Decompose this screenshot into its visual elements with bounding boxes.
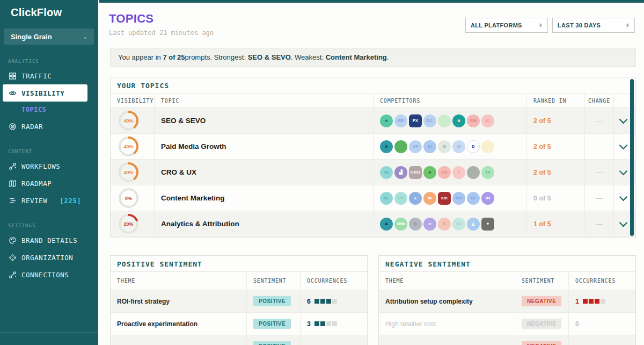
competitor-avatar: ND [452, 192, 465, 205]
list-item: NEGATIVE [379, 335, 635, 345]
competitor-avatar: A [380, 140, 393, 153]
competitor-avatar: TA [481, 166, 494, 179]
sidebar-item-topics[interactable]: TOPICS [0, 102, 98, 118]
competitor-avatar: FX [409, 114, 422, 127]
chevron-down-icon[interactable] [619, 167, 628, 176]
up-down-arrows-icon: ▲▼ [539, 23, 543, 27]
occurrence-bars [314, 321, 337, 326]
table-row[interactable]: 0% Content Marketing NLFP▲MamNDBIIN 0 of… [111, 185, 635, 211]
platform-select[interactable]: ALL PLATFORMS ▲▼ [465, 18, 548, 33]
sidebar-item-traffic[interactable]: TRAFFIC [0, 67, 98, 84]
section-label-analytics: ANALYTICS [8, 59, 98, 64]
competitor-avatar: RE [394, 114, 407, 127]
ranked-in-value: 1 of 5 [533, 220, 551, 228]
topic-name: SEO & SEVO [161, 117, 206, 125]
summary-banner: You appear in 7 of 25 prompts. Strongest… [110, 48, 636, 67]
sidebar-item-label: ROADMAP [21, 179, 52, 188]
occurrence-count: 6 [307, 298, 311, 305]
chevron-down-icon[interactable] [619, 141, 628, 150]
list-item: Proactive experimentation POSITIVE 3 [111, 313, 367, 335]
sidebar-item-radar[interactable]: RADAR [0, 118, 98, 135]
scrollbar[interactable] [630, 79, 634, 236]
sidebar-item-roadmap[interactable]: ROADMAP [0, 175, 98, 192]
sentiment-badge: NEGATIVE [522, 341, 561, 345]
table-header-row: VISIBILITY TOPIC COMPETITORS RANKED IN C… [111, 93, 635, 108]
sidebar-item-connections[interactable]: CONNECTIONS [0, 266, 98, 283]
column-header: VISIBILITY [111, 94, 155, 107]
ranked-in-value: 2 of 5 [533, 169, 551, 176]
column-header: COMPETITORS [374, 94, 527, 107]
table-header-row: THEME SENTIMENT OCCURRENCES [111, 271, 367, 290]
date-range-select[interactable]: LAST 30 DAYS ▲▼ [552, 18, 635, 33]
competitor-avatar: ▟ [394, 166, 407, 179]
column-header: SENTIMENT [247, 272, 301, 290]
sidebar-item-label: RADAR [21, 123, 43, 131]
chevron-down-icon[interactable] [619, 193, 628, 202]
card-title: YOUR TOPICS [111, 77, 635, 93]
visibility-ring: 40% [119, 162, 138, 182]
competitor-avatar: ♣ [380, 114, 393, 127]
workspace-switcher[interactable]: Single Grain ⌄ [4, 28, 94, 45]
visibility-ring: 40% [119, 136, 138, 156]
theme-name: Proactive experimentation [117, 320, 197, 328]
competitor-avatar: D [467, 140, 480, 153]
up-down-arrows-icon: ▲▼ [626, 23, 630, 27]
sidebar-item-visibility[interactable]: VISIBILITY [3, 84, 87, 102]
positive-sentiment-card: POSITIVE SENTIMENT THEME SENTIMENT OCCUR… [110, 255, 368, 345]
column-header: THEME [379, 272, 515, 290]
column-header: RANKED IN [527, 94, 585, 107]
competitor-avatar: FP [394, 192, 407, 205]
main-content: TOPICS Last updated 21 minutes ago ALL P… [99, 0, 644, 345]
table-row[interactable]: 20% Analytics & Attribution AWM◍∞SVC◭⌖ 1… [111, 211, 635, 237]
sidebar-item-label: TRAFFIC [21, 72, 52, 80]
palette-icon [8, 236, 17, 245]
competitor-avatar: DC [423, 114, 436, 127]
sidebar-item-review[interactable]: REVIEW [225] [0, 192, 98, 209]
competitor-avatar: VC [452, 218, 465, 231]
chevron-down-icon[interactable] [619, 219, 628, 227]
competitor-avatar: DI [423, 140, 436, 153]
topic-name: Paid Media Growth [161, 142, 226, 150]
sidebar-item-label: REVIEW [21, 197, 47, 205]
occurrence-count: 3 [307, 320, 311, 328]
section-label-content: CONTENT [8, 149, 98, 154]
table-row[interactable]: 40% Paid Media Growth AVPDI◎◍D 2 of 5 — [111, 134, 635, 160]
table-row[interactable]: 40% SEO & SEVO ♣REFXDC☻SMLI 2 of 5 — [111, 108, 635, 134]
sentiment-badge: NEGATIVE [522, 296, 561, 306]
filters: ALL PLATFORMS ▲▼ LAST 30 DAYS ▲▼ [465, 18, 635, 33]
table-header-row: THEME SENTIMENT OCCURRENCES [379, 271, 635, 290]
sidebar-item-label: WORKFLOWS [21, 162, 60, 170]
column-header: CHANGE [585, 94, 614, 107]
sidebar-item-workflows[interactable]: WORKFLOWS [0, 157, 98, 175]
occurrence-bars [583, 299, 605, 304]
table-row[interactable]: 40% CRO & UX IN▟CRO♣CRϟTA 2 of 5 — [111, 160, 635, 185]
competitor-avatar: ▲ [409, 192, 422, 205]
list-lines-icon [8, 196, 17, 205]
eye-icon [8, 89, 17, 97]
topic-name: Content Marketing [161, 194, 225, 202]
change-value: — [596, 142, 603, 150]
competitor-avatar: S [438, 218, 451, 231]
chevron-down-icon[interactable] [619, 116, 628, 124]
list-item: High retainer cost NEGATIVE 0 [379, 313, 635, 335]
grid-icon [8, 71, 17, 80]
occurrence-count: 0 [575, 320, 579, 328]
sidebar-item-label: BRAND DETAILS [21, 236, 77, 245]
theme-name: Attribution setup complexity [385, 298, 473, 305]
competitor-avatar: ♣ [423, 166, 436, 179]
ranked-in-value: 2 of 5 [533, 143, 551, 150]
competitor-avatar: VP [409, 140, 422, 153]
competitor-avatars: IN▟CRO♣CRϟTA [380, 166, 494, 179]
sidebar-item-organization[interactable]: ORGANIZATION [0, 249, 98, 266]
sidebar-item-brand-details[interactable]: BRAND DETAILS [0, 232, 98, 249]
competitor-avatar: IN [481, 192, 494, 205]
competitor-avatar: ◎ [438, 140, 451, 153]
competitor-avatar [394, 140, 407, 153]
competitor-avatar: WM [394, 218, 407, 231]
sentiment-badge: POSITIVE [253, 341, 291, 345]
column-header: SENTIMENT [515, 272, 569, 290]
map-icon [8, 179, 17, 188]
nodes-icon [8, 162, 17, 170]
list-item: POSITIVE [111, 335, 367, 345]
change-value: — [596, 220, 603, 228]
